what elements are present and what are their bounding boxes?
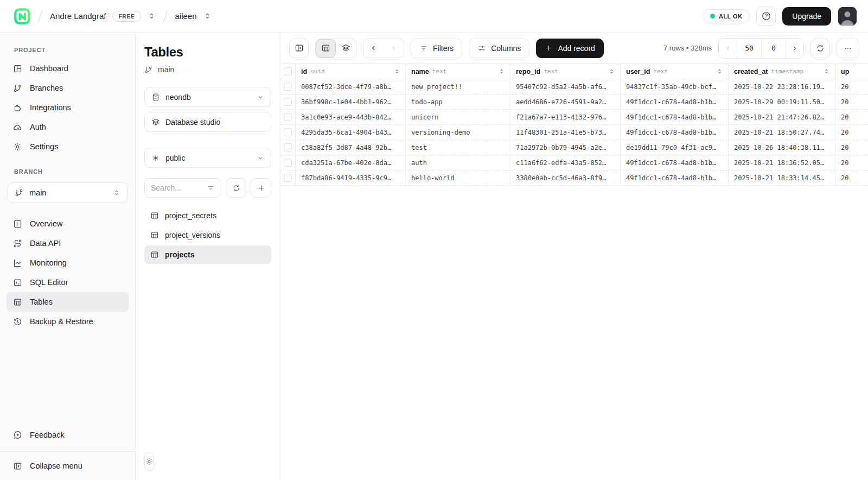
sidebar-item-overview[interactable]: Overview xyxy=(7,214,129,233)
cell-up[interactable]: 20 xyxy=(835,94,868,109)
org-switcher-icon[interactable] xyxy=(148,12,156,20)
table-row[interactable]: 3a1c0e93-ace9-443b-842…unicornf21a67a7-e… xyxy=(280,110,868,125)
neon-logo-icon[interactable] xyxy=(14,8,30,24)
cell-user_id[interactable]: 49f1dcc1-c678-4ad8-b1b… xyxy=(621,94,729,109)
sort-icon[interactable] xyxy=(394,68,400,74)
table-view-button[interactable] xyxy=(316,39,336,58)
cell-up[interactable]: 20 xyxy=(835,110,868,124)
back-button[interactable] xyxy=(363,39,384,58)
column-header-user-id[interactable]: user_id text xyxy=(621,64,729,79)
sidebar-item-tables[interactable]: Tables xyxy=(7,292,129,312)
cell-created_at[interactable]: 2025-10-29 00:19:11.50… xyxy=(729,94,835,109)
database-selector[interactable]: neondb xyxy=(144,87,271,107)
cell-name[interactable]: new project!! xyxy=(406,79,510,94)
cell-repo_id[interactable]: c11a6f62-edfa-43a5-852… xyxy=(510,155,621,170)
table-row[interactable]: 4295da35-6ca1-4904-b43…versioning-demo11… xyxy=(280,125,868,140)
cell-repo_id[interactable]: 11f48301-251a-41e5-b73… xyxy=(510,125,621,140)
page-offset-input[interactable]: 0 xyxy=(761,39,786,58)
table-item-project-versions[interactable]: project_versions xyxy=(144,226,271,244)
sidebar-item-branches[interactable]: Branches xyxy=(7,78,129,98)
table-row[interactable]: 36bf998c-1e04-4bb1-962…todo-appaedd4686-… xyxy=(280,94,868,110)
cell-up[interactable]: 20 xyxy=(835,79,868,94)
cell-repo_id[interactable]: 3380e0ab-cc5d-46a3-8f9… xyxy=(510,170,621,185)
cell-name[interactable]: auth xyxy=(406,155,510,170)
refresh-grid-button[interactable] xyxy=(810,39,830,58)
project-name[interactable]: aileen xyxy=(175,11,197,21)
sidebar-item-data-api[interactable]: Data API xyxy=(7,233,129,253)
sidebar-item-dashboard[interactable]: Dashboard xyxy=(7,59,129,78)
cell-id[interactable]: 4295da35-6ca1-4904-b43… xyxy=(296,125,406,140)
help-button[interactable] xyxy=(756,7,776,26)
cell-name[interactable]: test xyxy=(406,140,510,155)
cell-id[interactable]: 3a1c0e93-ace9-443b-842… xyxy=(296,110,406,124)
forward-button[interactable] xyxy=(384,39,404,58)
cell-created_at[interactable]: 2025-10-26 18:40:38.11… xyxy=(729,140,835,155)
cell-repo_id[interactable]: aedd4686-e726-4591-9a2… xyxy=(510,94,621,109)
cell-user_id[interactable]: de19dd11-79c0-4f31-ac9… xyxy=(621,140,729,155)
column-header-repo-id[interactable]: repo_id text xyxy=(510,64,621,79)
filters-button[interactable]: Filters xyxy=(411,39,462,58)
cell-id[interactable]: cda3251a-67be-402e-8da… xyxy=(296,155,406,170)
cell-up[interactable]: 20 xyxy=(835,155,868,170)
upgrade-button[interactable]: Upgrade xyxy=(782,7,831,26)
cell-user_id[interactable]: 94837c1f-35ab-49cb-bcf… xyxy=(621,79,729,94)
sort-icon[interactable] xyxy=(499,68,505,74)
cell-created_at[interactable]: 2025-10-21 18:33:14.45… xyxy=(729,170,835,185)
add-record-button[interactable]: Add record xyxy=(536,39,603,58)
add-table-button[interactable] xyxy=(251,178,271,198)
cell-up[interactable]: 20 xyxy=(835,170,868,185)
cell-user_id[interactable]: 49f1dcc1-c678-4ad8-b1b… xyxy=(621,125,729,140)
cell-created_at[interactable]: 2025-10-21 18:50:27.74… xyxy=(729,125,835,140)
columns-button[interactable]: Columns xyxy=(469,39,529,58)
cell-repo_id[interactable]: f21a67a7-e113-4132-976… xyxy=(510,110,621,124)
cell-id[interactable]: c38a82f5-3d87-4a48-92b… xyxy=(296,140,406,155)
cell-repo_id[interactable]: 71a2972b-0b79-4945-a2e… xyxy=(510,140,621,155)
column-header-created-at[interactable]: created_at timestamp xyxy=(729,64,835,79)
row-checkbox[interactable] xyxy=(284,98,292,106)
cell-up[interactable]: 20 xyxy=(835,125,868,140)
table-row[interactable]: c38a82f5-3d87-4a48-92b…test71a2972b-0b79… xyxy=(280,140,868,155)
schema-selector[interactable]: public xyxy=(144,148,271,168)
branch-selector[interactable]: main xyxy=(8,182,127,203)
table-row[interactable]: 0087cf52-3dce-4f79-a8b…new project!!9540… xyxy=(280,79,868,94)
page-size-input[interactable]: 50 xyxy=(737,39,761,58)
row-checkbox[interactable] xyxy=(284,159,292,167)
project-switcher-icon[interactable] xyxy=(203,12,212,20)
collapse-menu-button[interactable]: Collapse menu xyxy=(7,452,129,480)
more-options-button[interactable] xyxy=(837,39,859,58)
cell-user_id[interactable]: 49f1dcc1-c678-4ad8-b1b… xyxy=(621,155,729,170)
sidebar-item-settings[interactable]: Settings xyxy=(7,137,129,156)
sidebar-item-backup-restore[interactable]: Backup & Restore xyxy=(7,312,129,331)
cell-user_id[interactable]: 49f1dcc1-c678-4ad8-b1b… xyxy=(621,170,729,185)
cell-user_id[interactable]: 49f1dcc1-c678-4ad8-b1b… xyxy=(621,110,729,124)
collapse-panel-button[interactable] xyxy=(289,39,309,58)
status-badge[interactable]: ALL OK xyxy=(703,9,750,23)
cell-name[interactable]: todo-app xyxy=(406,94,510,109)
cell-name[interactable]: unicorn xyxy=(406,110,510,124)
cell-id[interactable]: f87bda86-9419-4335-9c9… xyxy=(296,170,406,185)
cell-id[interactable]: 36bf998c-1e04-4bb1-962… xyxy=(296,94,406,109)
cell-up[interactable]: 20 xyxy=(835,140,868,155)
sort-icon[interactable] xyxy=(609,68,615,74)
cell-id[interactable]: 0087cf52-3dce-4f79-a8b… xyxy=(296,79,406,94)
search-input[interactable] xyxy=(151,184,207,192)
cell-created_at[interactable]: 2025-10-22 23:28:16.19… xyxy=(729,79,835,94)
table-item-projects[interactable]: projects xyxy=(144,245,271,264)
row-checkbox[interactable] xyxy=(284,143,292,151)
table-row[interactable]: f87bda86-9419-4335-9c9…hello-world3380e0… xyxy=(280,170,868,186)
next-page-button[interactable] xyxy=(786,39,803,58)
table-row[interactable]: cda3251a-67be-402e-8da…authc11a6f62-edfa… xyxy=(280,155,868,170)
cell-created_at[interactable]: 2025-10-21 18:36:52.05… xyxy=(729,155,835,170)
database-studio-button[interactable]: Database studio xyxy=(144,112,271,132)
column-header-id[interactable]: id uuid xyxy=(296,64,406,79)
sidebar-item-feedback[interactable]: Feedback xyxy=(7,425,129,445)
layers-view-button[interactable] xyxy=(336,39,356,58)
panel-settings-button[interactable] xyxy=(144,452,154,471)
sort-icon[interactable] xyxy=(824,68,829,74)
avatar[interactable] xyxy=(838,7,857,26)
sidebar-item-integrations[interactable]: Integrations xyxy=(7,98,129,117)
refresh-tables-button[interactable] xyxy=(226,178,246,198)
row-checkbox[interactable] xyxy=(284,113,292,121)
cell-created_at[interactable]: 2025-10-21 21:47:26.82… xyxy=(729,110,835,124)
cell-name[interactable]: versioning-demo xyxy=(406,125,510,140)
